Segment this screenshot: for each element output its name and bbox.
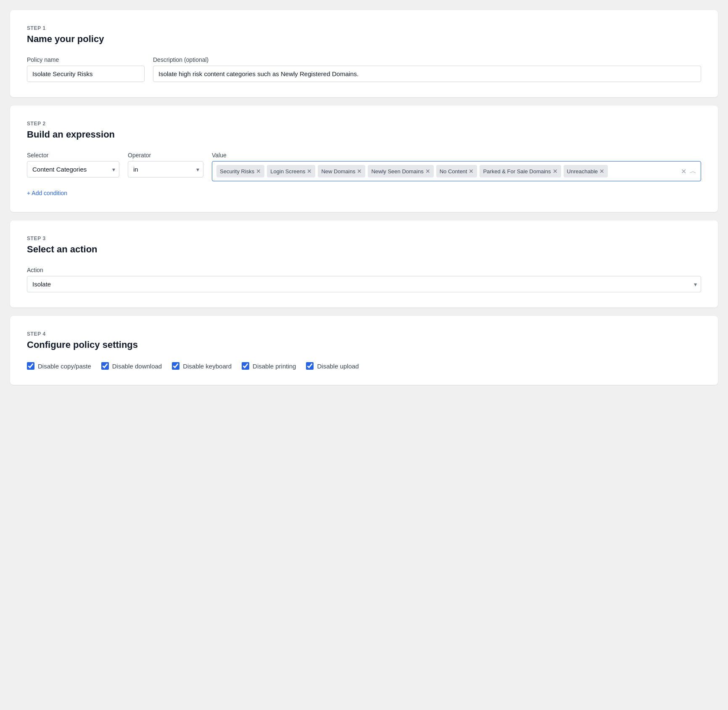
selector-select[interactable]: Content Categories <box>27 161 119 178</box>
action-group: Action Isolate ▾ <box>27 267 701 292</box>
tags-container[interactable]: Security Risks ✕ Login Screens ✕ New Dom… <box>212 161 701 181</box>
tag-new-domains-remove[interactable]: ✕ <box>357 168 362 174</box>
action-label: Action <box>27 267 701 273</box>
tag-newly-seen-domains-label: Newly Seen Domains <box>371 168 423 175</box>
checkbox-disable-upload-input[interactable] <box>306 362 314 370</box>
step4-label: STEP 4 <box>27 331 701 337</box>
operator-select[interactable]: in <box>128 161 203 178</box>
tag-unreachable-remove[interactable]: ✕ <box>599 168 604 174</box>
tag-parked-domains-remove[interactable]: ✕ <box>553 168 558 174</box>
tag-unreachable-label: Unreachable <box>567 168 598 175</box>
value-label: Value <box>212 152 701 159</box>
checkbox-disable-download-input[interactable] <box>101 362 109 370</box>
tag-newly-seen-domains: Newly Seen Domains ✕ <box>368 165 433 178</box>
description-input[interactable] <box>153 66 701 82</box>
tag-login-screens-label: Login Screens <box>270 168 305 175</box>
selector-wrapper: Content Categories ▾ <box>27 161 119 178</box>
operator-wrapper: in ▾ <box>128 161 203 178</box>
tag-security-risks-label: Security Risks <box>220 168 254 175</box>
tag-no-content: No Content ✕ <box>436 165 477 178</box>
step3-card: STEP 3 Select an action Action Isolate ▾ <box>10 220 718 307</box>
step1-label: STEP 1 <box>27 25 701 31</box>
step2-label: STEP 2 <box>27 121 701 127</box>
step1-title: Name your policy <box>27 34 701 45</box>
selector-group: Selector Content Categories ▾ <box>27 152 119 178</box>
tag-parked-domains: Parked & For Sale Domains ✕ <box>480 165 561 178</box>
checkbox-disable-copy-paste-input[interactable] <box>27 362 34 370</box>
action-select[interactable]: Isolate <box>27 276 701 292</box>
tag-unreachable: Unreachable ✕ <box>564 165 608 178</box>
tags-expand-icon[interactable]: ︿ <box>689 166 697 177</box>
tag-no-content-label: No Content <box>440 168 467 175</box>
step1-card: STEP 1 Name your policy Policy name Desc… <box>10 10 718 97</box>
tags-clear-icon[interactable]: ✕ <box>680 167 687 176</box>
tag-security-risks-remove[interactable]: ✕ <box>256 168 261 174</box>
checkbox-disable-printing-input[interactable] <box>242 362 249 370</box>
policy-name-input[interactable] <box>27 66 145 82</box>
checkboxes-row: Disable copy/paste Disable download Disa… <box>27 362 701 370</box>
checkbox-disable-printing[interactable]: Disable printing <box>242 362 296 370</box>
step4-title: Configure policy settings <box>27 339 701 350</box>
checkbox-disable-keyboard[interactable]: Disable keyboard <box>172 362 232 370</box>
operator-group: Operator in ▾ <box>128 152 203 178</box>
checkbox-disable-keyboard-label: Disable keyboard <box>183 363 232 370</box>
action-wrapper: Isolate ▾ <box>27 276 701 292</box>
description-label: Description (optional) <box>153 56 701 63</box>
add-condition-link[interactable]: + Add condition <box>27 190 67 196</box>
selector-label: Selector <box>27 152 119 159</box>
tag-login-screens: Login Screens ✕ <box>267 165 315 178</box>
operator-label: Operator <box>128 152 203 159</box>
checkbox-disable-download-label: Disable download <box>112 363 162 370</box>
tag-new-domains: New Domains ✕ <box>318 165 365 178</box>
checkbox-disable-upload[interactable]: Disable upload <box>306 362 359 370</box>
checkbox-disable-copy-paste-label: Disable copy/paste <box>38 363 91 370</box>
tag-new-domains-label: New Domains <box>321 168 355 175</box>
tag-parked-domains-label: Parked & For Sale Domains <box>483 168 551 175</box>
description-group: Description (optional) <box>153 56 701 82</box>
tag-no-content-remove[interactable]: ✕ <box>469 168 474 174</box>
policy-name-label: Policy name <box>27 56 145 63</box>
step1-form-row: Policy name Description (optional) <box>27 56 701 82</box>
step2-title: Build an expression <box>27 129 701 140</box>
checkbox-disable-printing-label: Disable printing <box>253 363 296 370</box>
step3-label: STEP 3 <box>27 236 701 241</box>
tags-actions: ✕ ︿ <box>680 166 697 177</box>
tag-login-screens-remove[interactable]: ✕ <box>307 168 312 174</box>
step3-title: Select an action <box>27 244 701 255</box>
checkbox-disable-keyboard-input[interactable] <box>172 362 179 370</box>
checkbox-disable-upload-label: Disable upload <box>317 363 359 370</box>
step4-card: STEP 4 Configure policy settings Disable… <box>10 316 718 385</box>
expression-row: Selector Content Categories ▾ Operator i… <box>27 152 701 181</box>
tag-security-risks: Security Risks ✕ <box>216 165 264 178</box>
checkbox-disable-download[interactable]: Disable download <box>101 362 162 370</box>
step2-card: STEP 2 Build an expression Selector Cont… <box>10 106 718 212</box>
value-group: Value Security Risks ✕ Login Screens ✕ N… <box>212 152 701 181</box>
policy-name-group: Policy name <box>27 56 145 82</box>
tag-newly-seen-domains-remove[interactable]: ✕ <box>425 168 430 174</box>
checkbox-disable-copy-paste[interactable]: Disable copy/paste <box>27 362 91 370</box>
